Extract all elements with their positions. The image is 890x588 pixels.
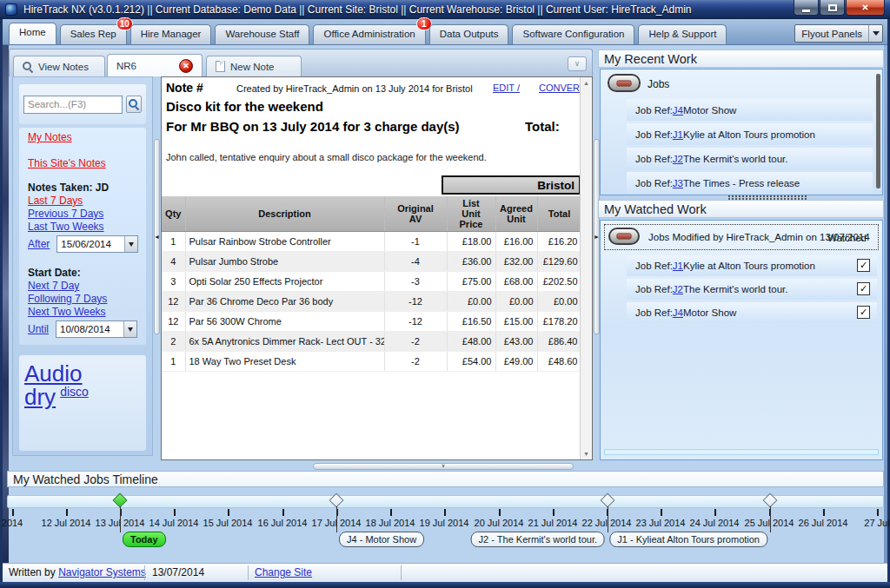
app-icon <box>5 3 17 16</box>
link-last-two-weeks[interactable]: Last Two Weeks <box>28 221 104 233</box>
tab-home[interactable]: Home <box>9 23 56 44</box>
tab-warehouse-staff[interactable]: Warehouse Staff <box>215 24 309 44</box>
table-cell: £178.20 <box>537 312 581 332</box>
table-cell: £16.50 <box>447 312 495 332</box>
column-header[interactable]: List Unit Price <box>447 196 495 232</box>
recent-job-item[interactable]: Job Ref: J3 The Times - Press release <box>627 172 873 194</box>
watched-group-header[interactable]: Jobs Modified by HireTrack_Admin on 13/0… <box>604 224 879 250</box>
link-after[interactable]: After <box>28 238 50 250</box>
vendor-link[interactable]: Navigator Systems <box>58 566 146 578</box>
search-button[interactable] <box>126 96 142 113</box>
watched-job-item[interactable]: Job Ref: J4 Motor Show✓ <box>627 302 877 323</box>
timeline-tick-label: 27 Jul <box>864 518 889 528</box>
tab-current-note[interactable]: NR6 ✕ <box>107 54 203 76</box>
watched-work-panel: Jobs Modified by HireTrack_Admin on 13/0… <box>600 220 883 460</box>
tab-new-note[interactable]: New Note <box>206 56 302 76</box>
minimize-button[interactable] <box>794 0 819 16</box>
table-cell: 12 <box>162 312 185 332</box>
link-site-notes[interactable]: This Site's Notes <box>28 157 106 169</box>
link-last-7-days[interactable]: Last 7 Days <box>28 195 83 207</box>
job-ref-link[interactable]: J1 <box>673 129 683 140</box>
recent-job-item[interactable]: Job Ref: J4 Motor Show <box>627 99 873 121</box>
close-button[interactable]: ✕ <box>846 0 885 16</box>
tab-overflow-button[interactable]: ∨ <box>568 56 587 71</box>
column-header[interactable]: Original AV <box>384 196 447 232</box>
table-row[interactable]: 12Par 36 Chrome Deco Par 36 body-12£0.00… <box>162 292 581 312</box>
watched-checkbox[interactable]: ✓ <box>857 306 870 319</box>
today-marker-label[interactable]: Today <box>123 532 166 547</box>
tab-label: Help & Support <box>648 29 716 39</box>
tab-view-notes[interactable]: View Notes <box>13 56 105 76</box>
change-site-link[interactable]: Change Site <box>255 566 312 578</box>
recent-group-label: Jobs <box>648 78 669 90</box>
column-header[interactable]: Total <box>537 196 581 232</box>
table-row[interactable]: 1Pulsar Rainbow Strobe Controller-1£18.0… <box>162 232 581 252</box>
job-ref-link[interactable]: J1 <box>673 261 683 271</box>
column-header[interactable]: Description <box>185 196 384 232</box>
job-marker-label[interactable]: J4 - Motor Show <box>339 532 424 547</box>
timeline-tick-label: 20 Jul 2014 <box>475 518 524 528</box>
watched-job-item[interactable]: Job Ref: J2 The Kermit's world tour.✓ <box>627 279 877 300</box>
column-header[interactable]: Agreed Unit <box>495 196 537 232</box>
chevron-down-icon[interactable] <box>868 25 882 42</box>
link-next-7-day[interactable]: Next 7 Day <box>28 280 79 292</box>
job-ref-link[interactable]: J4 <box>673 307 683 318</box>
tab-hire-manager[interactable]: Hire Manager <box>130 24 212 44</box>
table-row[interactable]: 118 Way Two Preset Desk-2£54.00£49.00£48… <box>162 352 581 372</box>
scroll-down-icon[interactable]: ▼ <box>581 451 592 457</box>
recent-scrollbar[interactable] <box>876 74 880 188</box>
tab-software-configuration[interactable]: Software Configuration <box>512 24 634 44</box>
maximize-button[interactable] <box>820 0 845 16</box>
collapse-group-button[interactable] <box>608 74 641 92</box>
job-ref-link[interactable]: J2 <box>673 284 683 294</box>
link-next-two-weeks[interactable]: Next Two Weeks <box>28 306 106 318</box>
tab-data-outputs[interactable]: Data Outputs <box>429 24 509 44</box>
recent-work-panel: Jobs Job Ref: J4 Motor ShowJob Ref: J1 K… <box>600 69 883 195</box>
job-marker-label[interactable]: J1 - Kylieat Alton Tours promotion <box>609 532 767 547</box>
job-ref-link[interactable]: J3 <box>673 178 683 188</box>
flyout-panels-button[interactable]: Flyout Panels <box>794 24 883 43</box>
column-header[interactable]: Qty <box>162 196 185 232</box>
recent-job-item[interactable]: Job Ref: J1 Kylie at Alton Tours promoti… <box>627 123 873 145</box>
bottom-panel-splitter[interactable]: ∨ <box>313 463 574 470</box>
until-date-dropdown[interactable]: 10/08/2014 <box>56 320 137 338</box>
link-disco[interactable]: disco <box>60 385 89 399</box>
scroll-up-icon[interactable]: ▲ <box>581 80 592 86</box>
table-row[interactable]: 12Par 56 300W Chrome-12£16.50£15.00£178.… <box>162 312 581 332</box>
watched-checkbox[interactable]: ✓ <box>857 259 870 272</box>
link-until[interactable]: Until <box>28 323 49 335</box>
tab-office-administration[interactable]: Office Administration1 <box>313 24 425 44</box>
right-panel-splitter[interactable]: ► <box>594 139 600 334</box>
note-table-body: 1Pulsar Rainbow Strobe Controller-1£18.0… <box>162 232 581 372</box>
watched-job-item[interactable]: Job Ref: J1 Kylie at Alton Tours promoti… <box>627 255 877 276</box>
link-following-7-days[interactable]: Following 7 Days <box>28 293 107 305</box>
after-date-dropdown[interactable]: 15/06/2014 <box>56 235 138 253</box>
timeline-bar[interactable] <box>7 495 884 508</box>
tab-sales-rep[interactable]: Sales Rep10 <box>60 24 127 44</box>
note-scrollbar[interactable]: ▲ ▼ <box>580 77 592 459</box>
status-divider <box>144 565 145 580</box>
timeline-tick-label: 21 Jul 2014 <box>528 518 578 528</box>
collapse-left-icon: ◄ <box>154 234 160 240</box>
job-marker-label[interactable]: J2 - The Kermit's world tour. <box>471 532 605 547</box>
table-row[interactable]: 4Pulsar Jumbo Strobe-4£36.00£32.00£129.6… <box>162 252 581 272</box>
edit-link[interactable]: EDIT / <box>493 83 520 93</box>
tab-help-support[interactable]: Help & Support <box>638 24 727 44</box>
collapse-group-button[interactable] <box>608 228 640 245</box>
table-cell: £49.00 <box>495 352 537 372</box>
search-input[interactable] <box>23 96 123 114</box>
link-previous-7-days[interactable]: Previous 7 Days <box>28 208 103 220</box>
timeline-tick-label: 19 Jul 2014 <box>420 518 469 528</box>
job-ref-link[interactable]: J4 <box>673 105 683 116</box>
note-items-table: QtyDescriptionOriginal AVList Unit Price… <box>162 196 582 372</box>
recent-job-item[interactable]: Job Ref: J2 The Kermit's world tour. <box>627 148 873 169</box>
link-my-notes[interactable]: My Notes <box>28 131 72 143</box>
table-row[interactable]: 26x 5A Anytronics Dimmer Rack- Lect OUT … <box>162 332 581 352</box>
close-tab-icon[interactable]: ✕ <box>179 59 193 73</box>
convert-link[interactable]: CONVERT <box>539 83 586 93</box>
job-ref-link[interactable]: J2 <box>673 154 683 164</box>
table-row[interactable]: 3Opti Solar 250 Effects Projector-3£75.0… <box>162 272 581 292</box>
left-panel-splitter[interactable]: ◄ <box>154 139 160 334</box>
table-cell: £48.60 <box>537 352 581 372</box>
watched-checkbox[interactable]: ✓ <box>857 282 870 295</box>
